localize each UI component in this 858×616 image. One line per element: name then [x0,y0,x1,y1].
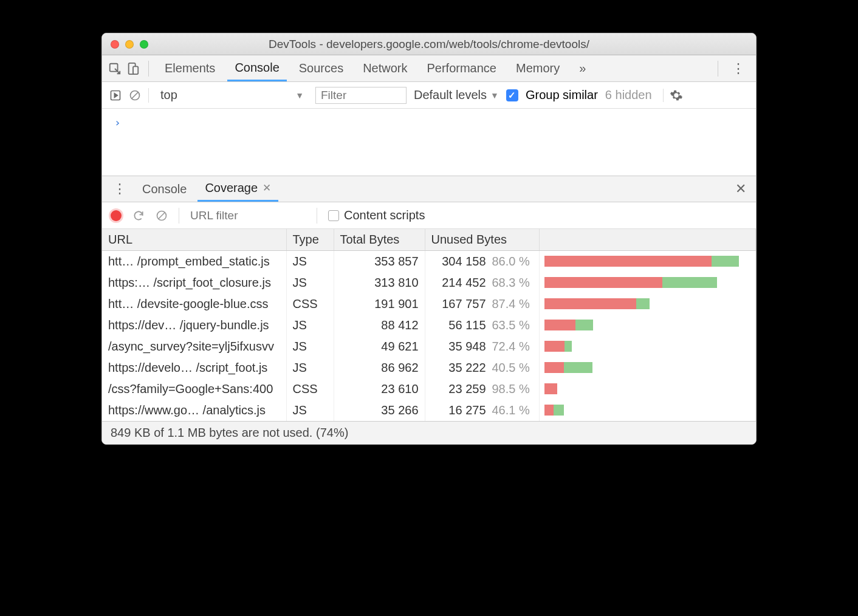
console-output[interactable]: › [102,109,756,176]
cell-type: JS [286,315,334,336]
cell-url: https://www.go… /analytics.js [102,400,286,421]
zoom-window-icon[interactable] [140,40,148,49]
col-type[interactable]: Type [286,229,334,251]
console-settings-icon[interactable] [663,89,683,102]
col-unused[interactable]: Unused Bytes [425,229,539,251]
content-scripts-label: Content scripts [344,208,425,222]
unused-bar [544,277,662,288]
used-bar [712,256,739,267]
cell-total: 49 621 [334,336,425,357]
cell-unused: 35 94872.4 % [425,336,539,357]
cell-total: 88 412 [334,315,425,336]
col-total[interactable]: Total Bytes [334,229,425,251]
group-similar-checkbox[interactable]: ✓ [506,89,518,101]
cell-unused: 304 15886.0 % [425,251,539,272]
chevron-down-icon: ▼ [490,91,499,100]
close-drawer-icon[interactable]: ✕ [732,181,750,197]
cell-type: JS [286,336,334,357]
divider [148,61,149,77]
cell-bar [539,357,756,378]
cell-total: 86 962 [334,357,425,378]
table-row[interactable]: https:… /script_foot_closure.jsJS313 810… [102,272,756,293]
table-row[interactable]: https://dev… /jquery-bundle.jsJS88 41256… [102,315,756,336]
coverage-bar [544,341,749,352]
tab-memory[interactable]: Memory [509,55,567,81]
minimize-window-icon[interactable] [125,40,134,49]
cell-url: https://develo… /script_foot.js [102,357,286,378]
close-window-icon[interactable] [111,40,119,49]
used-bar [636,298,650,309]
unused-bar [544,362,564,373]
used-bar [564,362,592,373]
unused-bar [544,341,565,352]
tab-network[interactable]: Network [355,55,414,81]
coverage-bar [544,256,749,267]
coverage-bar [544,362,749,373]
devtools-window: DevTools - developers.google.com/web/too… [101,33,757,445]
tab-elements[interactable]: Elements [157,55,222,81]
table-row[interactable]: https://www.go… /analytics.jsJS35 26616 … [102,400,756,421]
context-selector[interactable]: top ▼ [156,86,308,104]
used-bar [662,277,717,288]
table-row[interactable]: htt… /devsite-google-blue.cssCSS191 9011… [102,293,756,315]
cell-total: 313 810 [334,272,425,293]
cell-url: https:… /script_foot_closure.js [102,272,286,293]
tab-performance[interactable]: Performance [420,55,504,81]
more-options-icon[interactable]: ⋮ [727,61,750,77]
clear-coverage-icon[interactable] [156,210,168,222]
cell-bar [539,400,756,421]
cell-url: htt… /devsite-google-blue.css [102,293,286,315]
record-icon[interactable] [111,210,122,221]
coverage-bar [544,277,749,288]
panel-tabs: Elements Console Sources Network Perform… [102,55,756,82]
cell-total: 35 266 [334,400,425,421]
drawer-tabs: ⋮ Console Coverage ✕ ✕ [102,176,756,202]
tab-sources[interactable]: Sources [292,55,351,81]
execution-icon[interactable] [109,89,122,101]
drawer-tab-console[interactable]: Console [135,176,194,202]
tab-console[interactable]: Console [227,55,286,81]
inspect-element-icon[interactable] [108,62,122,75]
group-similar-label: Group similar [526,88,598,102]
cell-type: CSS [286,378,334,400]
table-row[interactable]: htt… /prompt_embed_static.jsJS353 857304… [102,251,756,272]
cell-total: 353 857 [334,251,425,272]
log-levels-selector[interactable]: Default levels ▼ [414,88,499,102]
cell-unused: 16 27546.1 % [425,400,539,421]
col-url[interactable]: URL [102,229,286,251]
coverage-footer: 849 KB of 1.1 MB bytes are not used. (74… [102,421,756,444]
cell-type: JS [286,272,334,293]
cell-unused: 23 25998.5 % [425,378,539,400]
cell-total: 191 901 [334,293,425,315]
table-row[interactable]: /async_survey?site=ylj5ifxusvvJS49 62135… [102,336,756,357]
close-tab-icon[interactable]: ✕ [263,182,271,194]
cell-url: htt… /prompt_embed_static.js [102,251,286,272]
svg-rect-2 [133,66,138,74]
tab-overflow[interactable]: » [572,55,593,81]
url-filter-input[interactable] [190,209,306,222]
divider [148,88,149,103]
coverage-bar [544,320,749,330]
content-scripts-toggle[interactable]: Content scripts [328,208,425,222]
hidden-count[interactable]: 6 hidden [605,88,652,102]
cell-bar [539,378,756,400]
cell-url: https://dev… /jquery-bundle.js [102,315,286,336]
checkbox-icon[interactable] [328,210,339,221]
device-toggle-icon[interactable] [126,62,140,75]
window-title: DevTools - developers.google.com/web/too… [102,38,756,51]
clear-console-icon[interactable] [129,89,141,101]
traffic-lights [102,40,148,49]
used-bar [554,405,564,416]
table-row[interactable]: /css?family=Google+Sans:400CSS23 61023 2… [102,378,756,400]
console-filter-input[interactable] [315,87,407,104]
table-header-row: URL Type Total Bytes Unused Bytes [102,229,756,251]
drawer-more-icon[interactable]: ⋮ [108,181,131,197]
coverage-toolbar: Content scripts [102,202,756,229]
cell-unused: 167 75787.4 % [425,293,539,315]
drawer-tab-coverage[interactable]: Coverage ✕ [197,176,278,202]
reload-icon[interactable] [132,210,145,222]
console-prompt: › [114,116,121,129]
divider [317,208,317,224]
table-row[interactable]: https://develo… /script_foot.jsJS86 9623… [102,357,756,378]
context-value: top [160,88,177,102]
